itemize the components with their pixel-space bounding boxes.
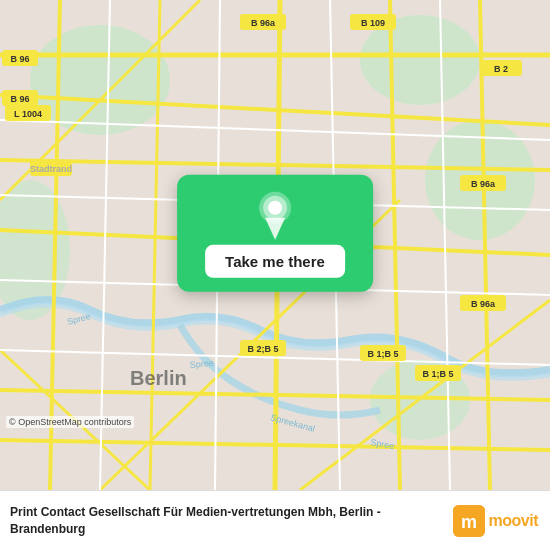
svg-text:B 96a: B 96a	[471, 299, 496, 309]
map-container: B 96a B 109 B 2 B 96a B 96a B 96 B 96 St…	[0, 0, 550, 490]
moovit-logo: m moovit	[453, 505, 538, 537]
place-name: Print Contact Gesellschaft Für Medien-ve…	[10, 504, 453, 538]
take-me-there-button[interactable]: Take me there	[205, 245, 345, 278]
footer: Print Contact Gesellschaft Für Medien-ve…	[0, 490, 550, 550]
svg-text:B 96a: B 96a	[471, 179, 496, 189]
footer-text: Print Contact Gesellschaft Für Medien-ve…	[10, 504, 453, 538]
svg-text:B 1;B 5: B 1;B 5	[422, 369, 453, 379]
svg-text:m: m	[461, 512, 477, 532]
svg-text:Stadtrand: Stadtrand	[30, 164, 72, 174]
svg-text:Spree: Spree	[189, 358, 214, 370]
location-card: Take me there	[177, 175, 373, 292]
svg-point-62	[268, 201, 282, 215]
moovit-label: moovit	[489, 512, 538, 530]
svg-text:B 2: B 2	[494, 64, 508, 74]
svg-marker-63	[265, 218, 285, 240]
svg-text:L 1004: L 1004	[14, 109, 42, 119]
moovit-icon: m	[453, 505, 485, 537]
svg-text:B 109: B 109	[361, 18, 385, 28]
svg-text:B 96: B 96	[10, 54, 29, 64]
location-pin-icon	[253, 193, 297, 237]
svg-text:B 96: B 96	[10, 94, 29, 104]
svg-text:Berlin: Berlin	[130, 367, 187, 389]
svg-point-1	[30, 25, 170, 135]
svg-text:B 1;B 5: B 1;B 5	[367, 349, 398, 359]
svg-text:B 2;B 5: B 2;B 5	[247, 344, 278, 354]
svg-text:B 96a: B 96a	[251, 18, 276, 28]
osm-attribution: © OpenStreetMap contributors	[6, 416, 134, 428]
